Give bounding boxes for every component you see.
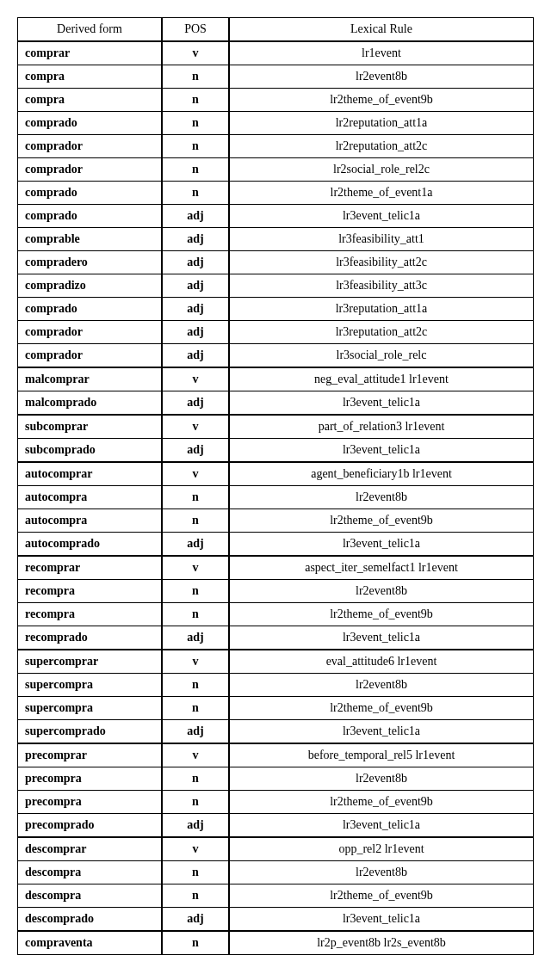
cell-derived-form: precomprado bbox=[18, 814, 163, 838]
cell-pos: v bbox=[162, 837, 229, 861]
cell-lexical-rule: lr2reputation_att1a bbox=[229, 112, 534, 135]
cell-derived-form: autocompra bbox=[18, 509, 163, 533]
cell-lexical-rule: part_of_relation3 lr1event bbox=[229, 415, 534, 439]
cell-pos: adj bbox=[162, 814, 229, 838]
table-row: compraderoadjlr3feasibility_att2c bbox=[18, 251, 534, 274]
table-row: compranlr2theme_of_event9b bbox=[18, 89, 534, 112]
cell-derived-form: recomprado bbox=[18, 626, 163, 650]
table-row: recompranlr2theme_of_event9b bbox=[18, 603, 534, 626]
cell-pos: n bbox=[162, 89, 229, 112]
table-row: supercompradoadjlr3event_telic1a bbox=[18, 720, 534, 744]
cell-lexical-rule: lr3feasibility_att1 bbox=[229, 228, 534, 251]
table-row: precomprarvbefore_temporal_rel5 lr1event bbox=[18, 743, 534, 767]
cell-lexical-rule: lr2theme_of_event9b bbox=[229, 603, 534, 626]
table-row: descompranlr2event8b bbox=[18, 861, 534, 884]
cell-pos: n bbox=[162, 767, 229, 791]
cell-lexical-rule: lr3event_telic1a bbox=[229, 720, 534, 744]
cell-derived-form: descomprar bbox=[18, 837, 163, 861]
table-row: compraventanlr2p_event8b lr2s_event8b bbox=[18, 931, 534, 955]
cell-lexical-rule: lr2reputation_att2c bbox=[229, 135, 534, 158]
cell-derived-form: subcomprado bbox=[18, 439, 163, 463]
table-body: comprarvlr1eventcompranlr2event8bcompran… bbox=[18, 41, 534, 955]
table-row: recomprarvaspect_iter_semelfact1 lr1even… bbox=[18, 556, 534, 580]
cell-lexical-rule: opp_rel2 lr1event bbox=[229, 837, 534, 861]
cell-pos: adj bbox=[162, 298, 229, 321]
cell-derived-form: comprado bbox=[18, 182, 163, 205]
cell-lexical-rule: lr3event_telic1a bbox=[229, 205, 534, 228]
cell-pos: n bbox=[162, 135, 229, 158]
cell-pos: n bbox=[162, 931, 229, 955]
cell-derived-form: comprado bbox=[18, 205, 163, 228]
cell-derived-form: autocompra bbox=[18, 486, 163, 509]
cell-derived-form: comprado bbox=[18, 112, 163, 135]
cell-lexical-rule: lr3reputation_att1a bbox=[229, 298, 534, 321]
cell-derived-form: comprado bbox=[18, 298, 163, 321]
cell-lexical-rule: aspect_iter_semelfact1 lr1event bbox=[229, 556, 534, 580]
cell-pos: v bbox=[162, 743, 229, 767]
table-row: comprableadjlr3feasibility_att1 bbox=[18, 228, 534, 251]
cell-pos: n bbox=[162, 791, 229, 814]
table-row: comprarvlr1event bbox=[18, 41, 534, 65]
table-row: malcompradoadjlr3event_telic1a bbox=[18, 391, 534, 416]
table-row: compradoadjlr3event_telic1a bbox=[18, 205, 534, 228]
cell-derived-form: descomprado bbox=[18, 908, 163, 932]
cell-pos: n bbox=[162, 603, 229, 626]
table-row: recompradoadjlr3event_telic1a bbox=[18, 626, 534, 650]
cell-lexical-rule: lr3reputation_att2c bbox=[229, 321, 534, 344]
cell-derived-form: supercomprado bbox=[18, 720, 163, 744]
table-row: autocompradoadjlr3event_telic1a bbox=[18, 533, 534, 557]
cell-derived-form: compradizo bbox=[18, 274, 163, 298]
cell-lexical-rule: lr2event8b bbox=[229, 674, 534, 697]
cell-pos: n bbox=[162, 158, 229, 182]
cell-derived-form: compradero bbox=[18, 251, 163, 274]
table-row: compradonlr2reputation_att1a bbox=[18, 112, 534, 135]
header-row: Derived form POS Lexical Rule bbox=[18, 18, 534, 42]
cell-lexical-rule: lr3event_telic1a bbox=[229, 814, 534, 838]
table-row: compradoadjlr3reputation_att1a bbox=[18, 298, 534, 321]
cell-lexical-rule: lr2theme_of_event9b bbox=[229, 697, 534, 720]
cell-derived-form: comprador bbox=[18, 321, 163, 344]
cell-derived-form: comprador bbox=[18, 344, 163, 368]
cell-lexical-rule: agent_beneficiary1b lr1event bbox=[229, 462, 534, 486]
cell-pos: n bbox=[162, 509, 229, 533]
cell-derived-form: comprador bbox=[18, 158, 163, 182]
table-row: descompranlr2theme_of_event9b bbox=[18, 884, 534, 908]
cell-pos: n bbox=[162, 112, 229, 135]
cell-derived-form: compra bbox=[18, 65, 163, 89]
cell-derived-form: comprador bbox=[18, 135, 163, 158]
table-row: compranlr2event8b bbox=[18, 65, 534, 89]
cell-derived-form: malcomprado bbox=[18, 391, 163, 416]
table-row: precompranlr2event8b bbox=[18, 767, 534, 791]
cell-lexical-rule: before_temporal_rel5 lr1event bbox=[229, 743, 534, 767]
table-row: subcomprarvpart_of_relation3 lr1event bbox=[18, 415, 534, 439]
cell-pos: adj bbox=[162, 720, 229, 744]
cell-lexical-rule: eval_attitude6 lr1event bbox=[229, 650, 534, 674]
cell-derived-form: recompra bbox=[18, 580, 163, 603]
table-row: precompradoadjlr3event_telic1a bbox=[18, 814, 534, 838]
cell-lexical-rule: lr2event8b bbox=[229, 65, 534, 89]
table-row: supercompranlr2theme_of_event9b bbox=[18, 697, 534, 720]
cell-pos: v bbox=[162, 650, 229, 674]
cell-lexical-rule: lr2event8b bbox=[229, 767, 534, 791]
table-row: compradoradjlr3reputation_att2c bbox=[18, 321, 534, 344]
cell-derived-form: compra bbox=[18, 89, 163, 112]
table-row: compradizoadjlr3feasibility_att3c bbox=[18, 274, 534, 298]
cell-pos: n bbox=[162, 697, 229, 720]
cell-lexical-rule: lr2theme_of_event9b bbox=[229, 791, 534, 814]
table-row: malcomprarvneg_eval_attitude1 lr1event bbox=[18, 367, 534, 391]
cell-derived-form: precompra bbox=[18, 767, 163, 791]
table-row: compradornlr2social_role_rel2c bbox=[18, 158, 534, 182]
cell-pos: v bbox=[162, 41, 229, 65]
cell-lexical-rule: lr2theme_of_event1a bbox=[229, 182, 534, 205]
cell-pos: v bbox=[162, 367, 229, 391]
cell-derived-form: descompra bbox=[18, 884, 163, 908]
cell-pos: n bbox=[162, 486, 229, 509]
cell-pos: n bbox=[162, 182, 229, 205]
cell-lexical-rule: lr2theme_of_event9b bbox=[229, 884, 534, 908]
cell-lexical-rule: lr2theme_of_event9b bbox=[229, 89, 534, 112]
cell-lexical-rule: lr2social_role_rel2c bbox=[229, 158, 534, 182]
cell-pos: adj bbox=[162, 626, 229, 650]
cell-derived-form: recompra bbox=[18, 603, 163, 626]
cell-lexical-rule: neg_eval_attitude1 lr1event bbox=[229, 367, 534, 391]
table-row: descompradoadjlr3event_telic1a bbox=[18, 908, 534, 932]
